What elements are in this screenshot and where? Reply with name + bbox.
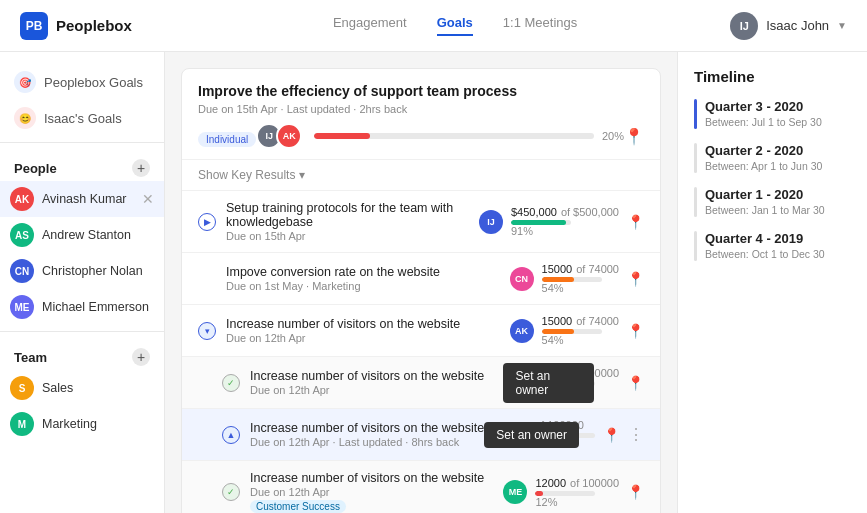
goal-title: Improve the effeciency of support team p… <box>198 83 644 99</box>
tab-goals[interactable]: Goals <box>437 15 473 36</box>
kr-check-button[interactable]: ✓ <box>222 483 240 501</box>
timeline-item[interactable]: Quarter 1 - 2020 Between: Jan 1 to Mar 3… <box>694 187 851 217</box>
timeline-quarter: Quarter 2 - 2020 <box>705 143 822 158</box>
timeline-content: Quarter 1 - 2020 Between: Jan 1 to Mar 3… <box>705 187 825 216</box>
timeline-item[interactable]: Quarter 3 - 2020 Between: Jul 1 to Sep 3… <box>694 99 851 129</box>
kr-right: IJ $450,000 of $500,000 91% 📍 <box>479 206 644 237</box>
kr-due: Due on 12th Apr <box>226 332 500 344</box>
team-section-header: Team + <box>0 338 164 370</box>
kr-due: Due on 12th Apr <box>250 384 493 396</box>
kr-value: $450,000 <box>511 206 557 218</box>
goals-icon: 🎯 <box>14 71 36 93</box>
kr-up-button[interactable]: ▲ <box>222 426 240 444</box>
location-icon: 📍 <box>627 375 644 391</box>
show-key-results-button[interactable]: Show Key Results ▾ <box>182 159 660 190</box>
remove-person-button[interactable]: ✕ <box>142 191 154 207</box>
goal-meta: Due on 15th Apr · Last updated · 2hrs ba… <box>198 103 644 115</box>
person-item[interactable]: AK Avinash Kumar ✕ <box>0 181 164 217</box>
avatar: AK <box>10 187 34 211</box>
avatar: CN <box>10 259 34 283</box>
content-area: Improve the effeciency of support team p… <box>165 52 677 513</box>
team-section-title: Team <box>14 350 47 365</box>
team-item[interactable]: S Sales <box>0 370 164 406</box>
goal-top-row: Individual IJ AK 20% 📍 <box>198 123 644 149</box>
goal-header: Improve the effeciency of support team p… <box>182 69 660 159</box>
add-team-button[interactable]: + <box>132 348 150 366</box>
avatar: AS <box>10 223 34 247</box>
kr-title: Increase number of visitors on the websi… <box>250 421 493 435</box>
kr-check-button[interactable]: ✓ <box>222 374 240 392</box>
tab-meetings[interactable]: 1:1 Meetings <box>503 15 577 36</box>
avatar: IJ <box>730 12 758 40</box>
check-icon: ✓ <box>227 378 235 388</box>
tab-engagement[interactable]: Engagement <box>333 15 407 36</box>
add-person-button[interactable]: + <box>132 159 150 177</box>
logo-icon: PB <box>20 12 48 40</box>
avatar: ME <box>503 480 527 504</box>
sidebar-item-peoplebox-goals[interactable]: 🎯 Peoplebox Goals <box>0 64 164 100</box>
kr-due: Due on 15th Apr <box>226 230 469 242</box>
location-icon: 📍 <box>627 323 644 339</box>
user-name: Isaac John <box>766 18 829 33</box>
set-owner-tooltip[interactable]: Set an owner <box>503 363 594 403</box>
people-section-title: People <box>14 161 57 176</box>
kr-right: ME 12000 of 100000 12% 📍 <box>503 477 644 508</box>
app-name: Peoplebox <box>56 17 132 34</box>
kr-percentage: 91% <box>511 225 619 237</box>
kr-expand-button[interactable]: ▶ <box>198 213 216 231</box>
user-profile[interactable]: IJ Isaac John ▼ <box>730 12 847 40</box>
kr-sub-item: ▲ Increase number of visitors on the web… <box>182 409 660 461</box>
set-owner-tooltip[interactable]: Set an owner <box>484 422 579 448</box>
timeline-bar-active <box>694 99 697 129</box>
kr-title: Increase number of visitors on the websi… <box>250 369 493 383</box>
goal-tag: Individual <box>198 132 256 147</box>
timeline-panel: Timeline Quarter 3 - 2020 Between: Jul 1… <box>677 52 867 513</box>
location-icon: 📍 <box>603 427 620 443</box>
kr-list: ▶ Setup training protocols for the team … <box>182 190 660 513</box>
person-name: Avinash Kumar <box>42 192 134 206</box>
timeline-item[interactable]: Quarter 4 - 2019 Between: Oct 1 to Dec 3… <box>694 231 851 261</box>
progress-bar <box>314 133 594 139</box>
main-goal-card: Improve the effeciency of support team p… <box>181 68 661 513</box>
person-name: Andrew Stanton <box>42 228 154 242</box>
sidebar-item-label: Isaac's Goals <box>44 111 122 126</box>
logo: PB Peoplebox <box>20 12 180 40</box>
person-item[interactable]: ME Michael Emmerson <box>0 289 164 325</box>
person-item[interactable]: AS Andrew Stanton <box>0 217 164 253</box>
chevron-down-icon: ▼ <box>837 20 847 31</box>
avatar: AK <box>510 319 534 343</box>
kr-value: 12000 <box>535 477 566 489</box>
kr-sub-item: ✓ Increase number of visitors on the web… <box>182 461 660 513</box>
timeline-quarter: Quarter 3 - 2020 <box>705 99 822 114</box>
kr-value: 15000 <box>542 315 573 327</box>
avatar: IJ <box>479 210 503 234</box>
people-list: AK Avinash Kumar ✕ AS Andrew Stanton CN … <box>0 181 164 325</box>
location-icon: 📍 <box>627 214 644 230</box>
sidebar-item-isaac-goals[interactable]: 😊 Isaac's Goals <box>0 100 164 136</box>
kr-value: 15000 <box>542 263 573 275</box>
chevron-right-icon: ▶ <box>204 217 211 227</box>
timeline-dates: Between: Jul 1 to Sep 30 <box>705 116 822 128</box>
kr-right: CN 15000 of 74000 54% 📍 <box>510 263 644 294</box>
timeline-content: Quarter 4 - 2019 Between: Oct 1 to Dec 3… <box>705 231 825 260</box>
location-icon: 📍 <box>627 271 644 287</box>
people-section-header: People + <box>0 149 164 181</box>
timeline-item[interactable]: Quarter 2 - 2020 Between: Apr 1 to Jun 3… <box>694 143 851 173</box>
avatar: ME <box>10 295 34 319</box>
more-options-button[interactable]: ⋮ <box>628 425 644 444</box>
kr-content: Increase number of visitors on the websi… <box>250 421 493 448</box>
kr-total: of 74000 <box>576 315 619 327</box>
team-item[interactable]: M Marketing <box>0 406 164 442</box>
person-name: Michael Emmerson <box>42 300 154 314</box>
person-item[interactable]: CN Christopher Nolan <box>0 253 164 289</box>
kr-due: Due on 1st May · Marketing <box>226 280 500 292</box>
kr-due: Due on 12th Apr · Last updated · 8hrs ba… <box>250 436 493 448</box>
kr-expand-button[interactable]: ▾ <box>198 322 216 340</box>
timeline-content: Quarter 3 - 2020 Between: Jul 1 to Sep 3… <box>705 99 822 128</box>
kr-right: ? Set an owner of 100000 12% 📍 <box>503 419 644 450</box>
person-name: Christopher Nolan <box>42 264 154 278</box>
kr-content: Increase number of visitors on the websi… <box>250 471 493 513</box>
kr-title: Increase number of visitors on the websi… <box>250 471 493 485</box>
avatar: AK <box>276 123 302 149</box>
main-layout: 🎯 Peoplebox Goals 😊 Isaac's Goals People… <box>0 52 867 513</box>
